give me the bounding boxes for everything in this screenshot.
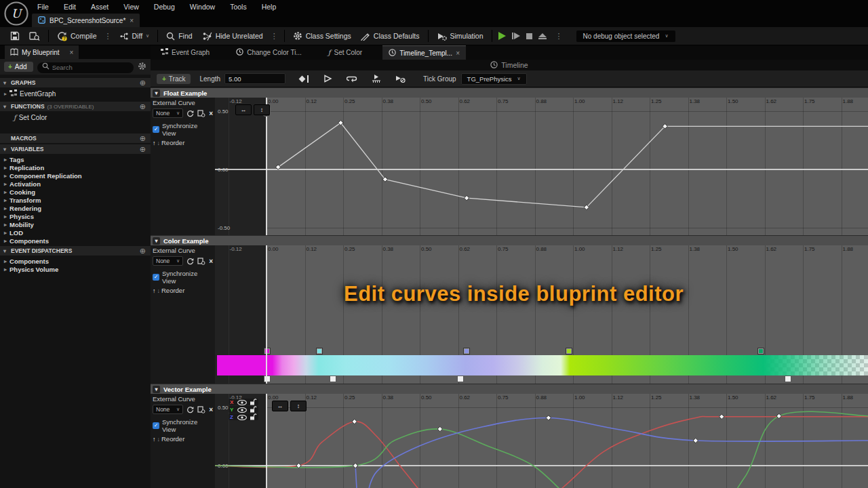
panel-settings-gear-icon[interactable] xyxy=(138,61,146,73)
sidebar-item-transform[interactable]: ▸Transform xyxy=(0,196,151,204)
collapse-icon[interactable]: ▾ xyxy=(153,89,160,97)
add-circle-icon[interactable]: ⊕ xyxy=(140,102,146,111)
sidebar-item-eventgraph[interactable]: ▸EventGraph xyxy=(0,89,151,98)
sidebar-item-activation[interactable]: ▸Activation xyxy=(0,180,151,188)
curve-key[interactable] xyxy=(693,438,698,443)
external-curve-dropdown[interactable]: None∨ xyxy=(153,405,183,414)
curve-key[interactable] xyxy=(546,415,551,420)
section-header-functions[interactable]: ▾FUNCTIONS(3 OVERRIDABLE)⊕ xyxy=(0,102,151,111)
ignore-time-dilation-icon[interactable] xyxy=(395,75,406,83)
menu-file[interactable]: File xyxy=(30,3,56,11)
sidebar-item-components[interactable]: ▸Components xyxy=(0,237,151,245)
curve-key[interactable] xyxy=(353,463,357,468)
hide-unrelated-button[interactable]: Hide Unrelated xyxy=(197,28,268,43)
add-button[interactable]: + Add xyxy=(4,62,33,72)
lock-icon[interactable] xyxy=(250,411,257,423)
hide-unrelated-options-icon[interactable]: ⋮ xyxy=(268,32,281,41)
visibility-eye-icon[interactable] xyxy=(237,411,247,423)
menu-tools[interactable]: Tools xyxy=(222,3,254,11)
external-curve-dropdown[interactable]: None∨ xyxy=(153,256,183,266)
color-key-marker[interactable] xyxy=(757,348,764,354)
reorder-control[interactable]: ↑ ↓ Reorder xyxy=(153,287,213,294)
sidebar-item-replication[interactable]: ▸Replication xyxy=(0,163,151,171)
use-curve-asset-icon[interactable] xyxy=(186,258,194,265)
track-header[interactable]: ▾ Color Example xyxy=(151,235,868,245)
close-icon[interactable]: × xyxy=(130,17,134,24)
fit-vertical-button[interactable]: ↕ xyxy=(290,401,307,411)
eject-button[interactable] xyxy=(538,33,547,39)
move-down-icon[interactable]: ↓ xyxy=(157,140,161,146)
search-input[interactable] xyxy=(37,62,134,73)
save-button[interactable] xyxy=(5,28,24,43)
transport-options-icon[interactable]: ⋮ xyxy=(553,32,566,41)
tab-set-color[interactable]: ƒSet Color xyxy=(322,45,368,60)
curve-editor[interactable]: -0.120.000.120.250.380.500.620.750.881.0… xyxy=(215,394,868,488)
sidebar-item-physics[interactable]: ▸Physics xyxy=(0,212,151,220)
color-key-marker[interactable] xyxy=(264,348,271,354)
add-track-button[interactable]: + Track xyxy=(157,74,191,84)
curve-key[interactable] xyxy=(275,165,280,169)
remove-curve-icon[interactable]: × xyxy=(209,110,213,117)
collapse-icon[interactable]: ▾ xyxy=(153,237,160,245)
curve-editor[interactable]: -0.120.000.120.250.380.500.620.750.881.0… xyxy=(215,245,868,384)
track-header[interactable]: ▾ Vector Example xyxy=(151,384,868,394)
debug-object-dropdown[interactable]: No debug object selected ∨ xyxy=(576,30,675,42)
use-curve-asset-icon[interactable] xyxy=(186,110,194,117)
reorder-control[interactable]: ↑ ↓ Reorder xyxy=(153,435,213,443)
class-defaults-button[interactable]: Class Defaults xyxy=(356,28,425,43)
menu-help[interactable]: Help xyxy=(254,3,284,11)
color-key-marker[interactable] xyxy=(566,348,572,354)
add-circle-icon[interactable]: ⊕ xyxy=(140,145,146,154)
tab-event-graph[interactable]: Event Graph xyxy=(155,45,216,60)
tick-group-dropdown[interactable]: TG_PrePhysics ∨ xyxy=(461,73,527,85)
browse-curve-icon[interactable] xyxy=(197,406,205,413)
add-circle-icon[interactable]: ⊕ xyxy=(140,79,146,87)
use-curve-asset-icon[interactable] xyxy=(186,406,194,413)
alpha-key-marker[interactable] xyxy=(264,375,271,382)
close-icon[interactable]: × xyxy=(70,49,74,56)
compile-options-icon[interactable]: ⋮ xyxy=(102,32,115,41)
collapse-icon[interactable]: ▾ xyxy=(153,386,160,393)
menu-asset[interactable]: Asset xyxy=(83,3,116,11)
play-button[interactable] xyxy=(498,32,506,40)
menu-view[interactable]: View xyxy=(116,3,146,11)
diff-button[interactable]: Diff∨ xyxy=(115,28,155,43)
alpha-key-marker[interactable] xyxy=(457,375,464,382)
move-down-icon[interactable]: ↓ xyxy=(157,287,161,294)
tab-change-color-ti[interactable]: Change Color Ti... xyxy=(230,45,308,60)
section-header-variables[interactable]: ▾VARIABLES⊕ xyxy=(0,144,151,154)
curve-key[interactable] xyxy=(776,413,781,418)
sidebar-item-cooking[interactable]: ▸Cooking xyxy=(0,188,151,196)
document-tab[interactable]: BPC_ScreenshotSource* × xyxy=(32,14,140,27)
compile-button[interactable]: ? Compile xyxy=(52,28,102,43)
sidebar-item-component-replication[interactable]: ▸Component Replication xyxy=(0,171,151,180)
step-frame-button[interactable] xyxy=(512,33,520,39)
autoplay-icon[interactable] xyxy=(323,75,332,83)
my-blueprint-tab[interactable]: My Blueprint × xyxy=(5,45,79,59)
find-button[interactable]: Find xyxy=(161,28,197,43)
alpha-key-marker[interactable] xyxy=(785,375,791,382)
add-circle-icon[interactable]: ⊕ xyxy=(140,247,146,256)
synchronize-view-checkbox[interactable]: ✓ xyxy=(153,422,159,429)
sidebar-item-rendering[interactable]: ▸Rendering xyxy=(0,204,151,212)
remove-curve-icon[interactable]: × xyxy=(209,258,213,265)
curve-key[interactable] xyxy=(719,414,724,419)
sidebar-item-physics-volume[interactable]: ▸Physics Volume xyxy=(0,265,151,273)
fit-vertical-button[interactable]: ↕ xyxy=(254,104,270,115)
curve-editor[interactable]: -0.120.000.120.250.380.500.620.750.881.0… xyxy=(215,98,868,235)
alpha-key-marker[interactable] xyxy=(330,375,336,382)
sidebar-item-lod[interactable]: ▸LOD xyxy=(0,228,151,237)
track-header[interactable]: ▾ Float Example xyxy=(151,87,868,98)
curve-key[interactable] xyxy=(437,426,442,431)
curve-key[interactable] xyxy=(352,419,357,424)
move-up-icon[interactable]: ↑ xyxy=(153,436,156,443)
section-header-event-dispatchers[interactable]: ▾EVENT DISPATCHERS⊕ xyxy=(0,246,151,256)
external-curve-dropdown[interactable]: None∨ xyxy=(153,108,183,118)
menu-debug[interactable]: Debug xyxy=(146,3,182,11)
browse-curve-icon[interactable] xyxy=(197,258,205,265)
fit-horizontal-button[interactable]: ↔ xyxy=(272,401,288,411)
time-cursor[interactable] xyxy=(266,98,267,235)
color-key-marker[interactable] xyxy=(316,348,323,354)
simulation-button[interactable]: Simulation xyxy=(432,28,488,43)
replicated-icon[interactable] xyxy=(372,75,381,83)
